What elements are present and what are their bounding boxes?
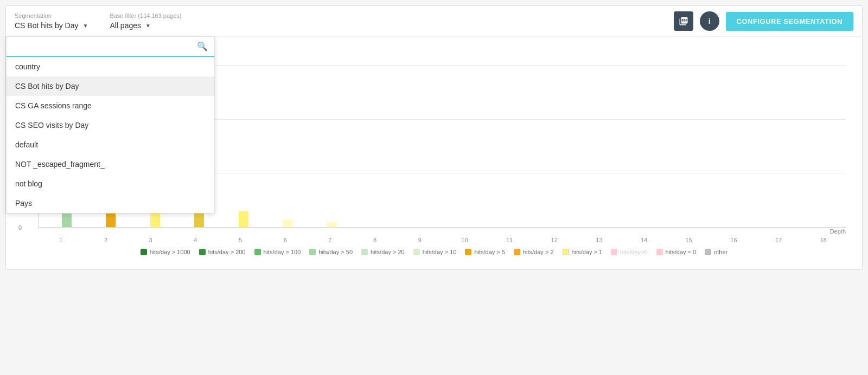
legend-label: hits/day > 5 [474,249,505,255]
x-axis-label: 9 [397,237,442,243]
bar-group [575,66,620,228]
legend-color-dot [199,249,206,255]
configure-segmentation-button[interactable]: CONFIGURE SEGMENTATION [726,12,853,31]
search-input[interactable] [13,42,197,51]
bar-group [398,66,443,228]
bar-group [221,66,266,228]
legend-item: hits/day > 20 [361,249,405,255]
bar-group [354,66,399,228]
x-axis-label: 16 [711,237,756,243]
dropdown-item[interactable]: CS Bot hits by Day [7,76,214,96]
legend-item: hits/day > 100 [254,249,301,255]
legend-item: hits/day > 5 [465,249,505,255]
dropdown-item[interactable]: Pays [7,193,214,213]
search-box: 🔍 [7,37,214,57]
bar-group [310,66,354,228]
bar-group [443,66,487,228]
x-axis-label: 18 [801,237,846,243]
bar-group [752,66,796,228]
bar[interactable] [283,219,292,228]
bar-group [266,66,310,228]
main-container: Segmentation CS Bot hits by Day ▼ Base f… [5,5,863,270]
depth-label: Depth [17,228,846,235]
dropdown-item[interactable]: default [7,135,214,154]
legend-color-dot [611,249,617,255]
legend-item: other [705,249,727,255]
legend-color-dot [141,249,147,255]
x-axis-label: 15 [666,237,711,243]
legend-label: hits/day>0 [620,249,647,255]
bar-group [620,66,664,228]
legend-label: hits/day > 1000 [150,249,190,255]
legend-label: hits/day > 50 [318,249,353,255]
bar-group [663,66,708,228]
legend-item: hits/day > 1 [563,249,603,255]
x-axis-label: 12 [532,237,577,243]
x-axis-label: 17 [756,237,801,243]
grid-line [39,227,846,228]
legend-color-dot [309,249,316,255]
dropdown-item[interactable]: NOT _escaped_fragment_ [7,154,214,174]
legend-item: hits/day = 0 [656,249,697,255]
legend-label: hits/day > 20 [371,249,405,255]
filter-dropdown-trigger[interactable]: All pages ▼ [110,21,673,30]
header: Segmentation CS Bot hits by Day ▼ Base f… [6,6,862,37]
legend-item: hits/day > 50 [309,249,353,255]
x-axis-label: 5 [218,237,263,243]
filter-arrow-icon: ▼ [145,23,151,29]
dropdown-item[interactable]: country [7,57,214,76]
dropdown-item[interactable]: CS GA sessions range [7,96,214,115]
x-axis-label: 4 [173,237,218,243]
segmentation-value: CS Bot hits by Day [15,21,79,30]
segmentation-dropdown: 🔍 countryCS Bot hits by DayCS GA session… [6,36,215,214]
pdf-button[interactable] [674,11,693,31]
legend-item: hits/day > 2 [514,249,554,255]
legend-item: hits/day > 1000 [141,249,190,255]
header-actions: i CONFIGURE SEGMENTATION [674,11,853,31]
legend-label: hits/day = 0 [666,249,697,255]
legend-label: hits/day > 1 [572,249,603,255]
segmentation-arrow-icon: ▼ [83,23,88,29]
x-axis-label: 3 [128,237,173,243]
segmentation-section: Segmentation CS Bot hits by Day ▼ [15,12,88,30]
bar[interactable] [239,211,248,228]
legend-item: hits/day>0 [611,249,647,255]
x-axis-label: 14 [622,237,667,243]
x-axis-label: 7 [308,237,353,243]
legend: hits/day > 1000hits/day > 200hits/day > … [17,243,851,264]
info-button[interactable]: i [700,11,719,31]
dropdown-list: countryCS Bot hits by DayCS GA sessions … [7,57,214,213]
x-axis-label: 8 [353,237,398,243]
x-axis: 123456789101112131415161718 [39,237,846,243]
bar-group [531,66,576,228]
legend-item: hits/day > 200 [199,249,246,255]
filter-section: Base filter (114,163 pages) All pages ▼ [110,12,673,30]
x-axis-label: 10 [442,237,487,243]
filter-value: All pages [110,21,141,30]
segmentation-dropdown-trigger[interactable]: CS Bot hits by Day ▼ [15,21,88,30]
dropdown-item[interactable]: CS SEO visits by Day [7,115,214,135]
search-icon: 🔍 [197,41,208,51]
x-axis-label: 1 [39,237,84,243]
legend-label: hits/day > 100 [264,249,301,255]
legend-label: other [714,249,727,255]
bar-group [487,66,531,228]
segmentation-label: Segmentation [15,12,88,19]
bar-group [708,66,752,228]
x-axis-label: 13 [577,237,622,243]
filter-label: Base filter (114,163 pages) [110,12,673,19]
legend-label: hits/day > 2 [523,249,554,255]
legend-color-dot [514,249,520,255]
legend-color-dot [254,249,261,255]
info-icon: i [709,17,711,25]
legend-color-dot [705,249,711,255]
dropdown-item[interactable]: not blog [7,174,214,193]
legend-color-dot [361,249,368,255]
legend-label: hits/day > 10 [423,249,457,255]
legend-color-dot [465,249,471,255]
x-axis-label: 11 [487,237,532,243]
legend-label: hits/day > 200 [208,249,246,255]
x-axis-label: 6 [263,237,308,243]
pdf-icon [679,16,688,26]
legend-color-dot [656,249,663,255]
